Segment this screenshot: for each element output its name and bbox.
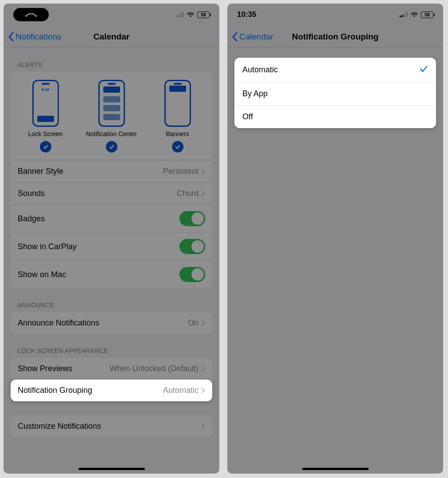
- row-customize-notifications[interactable]: Customize Notifications: [11, 415, 212, 437]
- checkmark-icon: [106, 141, 117, 153]
- row-label: Badges: [18, 214, 45, 223]
- back-label: Calendar: [239, 32, 273, 42]
- call-pill[interactable]: [13, 8, 49, 21]
- notification-center-icon: [98, 80, 125, 127]
- chevron-right-icon: [201, 387, 205, 394]
- battery-icon: 58: [197, 12, 210, 18]
- row-notification-grouping[interactable]: Notification Grouping Automatic: [11, 380, 212, 401]
- row-badges: Badges: [11, 204, 212, 232]
- checkmark-icon: [419, 64, 428, 75]
- row-label: Customize Notifications: [18, 422, 101, 431]
- row-label: Banner Style: [18, 167, 63, 176]
- row-value: On: [188, 318, 199, 328]
- cell-signal-icon: [400, 12, 408, 17]
- row-label: Show on Mac: [18, 270, 66, 279]
- chevron-right-icon: [201, 168, 205, 175]
- svg-point-0: [25, 15, 27, 17]
- alert-option-label: Banners: [166, 130, 189, 137]
- section-header-lock-appearance: LOCK SCREEN APPEARANCE: [4, 334, 219, 358]
- row-value: Automatic: [163, 386, 199, 395]
- back-button[interactable]: Calendar: [232, 32, 273, 42]
- wifi-icon: [187, 12, 195, 18]
- home-indicator[interactable]: [78, 468, 145, 470]
- nav-bar: Calendar Notification Grouping: [227, 26, 443, 48]
- lock-appearance-card-top: Show Previews When Unlocked (Default): [11, 358, 212, 380]
- home-indicator[interactable]: [302, 468, 369, 470]
- row-sounds[interactable]: Sounds Chord: [11, 182, 212, 204]
- status-bar: 10:35 58: [227, 4, 443, 26]
- back-button[interactable]: Notifications: [8, 32, 62, 42]
- row-label: Notification Grouping: [18, 386, 92, 395]
- wifi-icon: [410, 12, 418, 18]
- svg-point-1: [35, 15, 37, 17]
- row-value: Chord: [177, 189, 199, 198]
- section-header-alerts: ALERTS: [4, 48, 219, 72]
- section-header-announce: ANNOUNCE: [4, 288, 219, 312]
- back-label: Notifications: [16, 32, 62, 42]
- alert-option-banners[interactable]: Banners: [145, 80, 210, 153]
- option-label: By App: [242, 89, 268, 98]
- row-show-on-mac: Show on Mac: [11, 260, 212, 288]
- row-label: Show in CarPlay: [18, 242, 77, 251]
- chevron-right-icon: [201, 320, 205, 326]
- nav-bar: Notifications Calendar: [4, 26, 219, 48]
- lock-screen-icon: 9:41: [32, 80, 59, 127]
- checkmark-icon: [172, 141, 183, 153]
- option-by-app[interactable]: By App: [234, 82, 436, 105]
- right-screen: 10:35 58 Calendar Notification Grouping …: [227, 4, 443, 474]
- battery-level: 58: [425, 12, 429, 17]
- row-announce-notifications[interactable]: Announce Notifications On: [11, 312, 212, 334]
- row-show-previews[interactable]: Show Previews When Unlocked (Default): [11, 358, 212, 380]
- announce-card: Announce Notifications On: [11, 312, 212, 334]
- status-bar: 58: [4, 4, 219, 26]
- clock: 10:35: [237, 10, 256, 19]
- option-label: Off: [242, 112, 253, 121]
- cell-signal-icon: [176, 12, 184, 17]
- lock-screen-time: 9:41: [34, 87, 58, 92]
- row-label: Announce Notifications: [18, 318, 99, 328]
- battery-level: 58: [201, 12, 206, 17]
- row-carplay: Show in CarPlay: [11, 232, 212, 260]
- option-off[interactable]: Off: [234, 105, 436, 128]
- alerts-card: 9:41 Lock Screen Notification Center: [11, 72, 212, 288]
- checkmark-icon: [40, 141, 51, 153]
- option-label: Automatic: [242, 65, 278, 74]
- customize-card: Customize Notifications: [11, 415, 212, 437]
- alert-option-label: Notification Center: [86, 130, 137, 137]
- row-label: Show Previews: [18, 364, 72, 373]
- chevron-right-icon: [201, 190, 205, 197]
- toggle-mac[interactable]: [179, 267, 205, 282]
- chevron-right-icon: [201, 365, 205, 372]
- alert-option-label: Lock Screen: [28, 130, 63, 137]
- left-screen: 58 Notifications Calendar ALERTS 9:41 Lo…: [4, 4, 219, 474]
- alert-option-notification-center[interactable]: Notification Center: [79, 80, 144, 153]
- banners-icon: [164, 80, 191, 127]
- toggle-carplay[interactable]: [179, 239, 205, 254]
- grouping-options: Automatic By App Off: [234, 58, 436, 128]
- toggle-badges[interactable]: [179, 211, 205, 226]
- row-value: Persistent: [163, 167, 199, 176]
- option-automatic[interactable]: Automatic: [234, 58, 436, 82]
- row-label: Sounds: [18, 189, 45, 198]
- battery-icon: 58: [421, 12, 433, 18]
- chevron-right-icon: [201, 423, 205, 430]
- row-value: When Unlocked (Default): [109, 364, 199, 373]
- row-banner-style[interactable]: Banner Style Persistent: [11, 160, 212, 182]
- alert-option-lock-screen[interactable]: 9:41 Lock Screen: [13, 80, 78, 153]
